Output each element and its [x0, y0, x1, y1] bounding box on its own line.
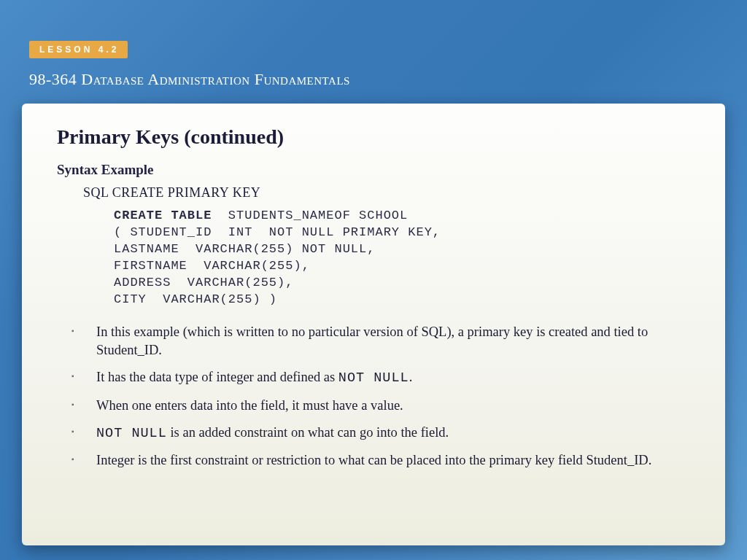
bullet-text: is an added constraint on what can go in…: [167, 425, 449, 440]
code-line-4: FIRSTNAME VARCHAR(255),: [114, 258, 690, 275]
list-item: When one enters data into the field, it …: [71, 397, 690, 415]
code-keyword: CREATE TABLE: [114, 209, 212, 222]
list-item: Integer is the first constraint or restr…: [71, 451, 690, 470]
lesson-tag: LESSON 4.2: [29, 41, 128, 58]
list-item: It has the data type of integer and defi…: [71, 368, 690, 388]
code-line-1: CREATE TABLE STUDENTS_NAMEOF SCHOOL: [114, 208, 690, 225]
inline-code: NOT NULL: [96, 426, 167, 441]
code-text: STUDENTS_NAMEOF SCHOOL: [212, 209, 408, 222]
content-panel: Primary Keys (continued) Syntax Example …: [22, 104, 725, 545]
bullet-list: In this example (which is written to no …: [71, 323, 690, 470]
code-line-6: CITY VARCHAR(255) ): [114, 292, 690, 308]
slide-title: Primary Keys (continued): [57, 125, 690, 149]
list-item: In this example (which is written to no …: [71, 323, 690, 359]
bullet-text: .: [409, 370, 413, 384]
sql-heading: SQL CREATE PRIMARY KEY: [83, 185, 690, 201]
sql-code-block: CREATE TABLE STUDENTS_NAMEOF SCHOOL ( ST…: [114, 208, 690, 308]
code-line-2: ( STUDENT_ID INT NOT NULL PRIMARY KEY,: [114, 225, 690, 241]
code-line-5: ADDRESS VARCHAR(255),: [114, 275, 690, 292]
course-title: 98-364 Database Administration Fundament…: [29, 70, 350, 89]
inline-code: NOT NULL: [338, 370, 409, 386]
code-line-3: LASTNAME VARCHAR(255) NOT NULL,: [114, 241, 690, 258]
slide-subheading: Syntax Example: [57, 162, 690, 178]
bullet-text: It has the data type of integer and defi…: [96, 370, 338, 384]
list-item: NOT NULL is an added constraint on what …: [71, 424, 690, 443]
